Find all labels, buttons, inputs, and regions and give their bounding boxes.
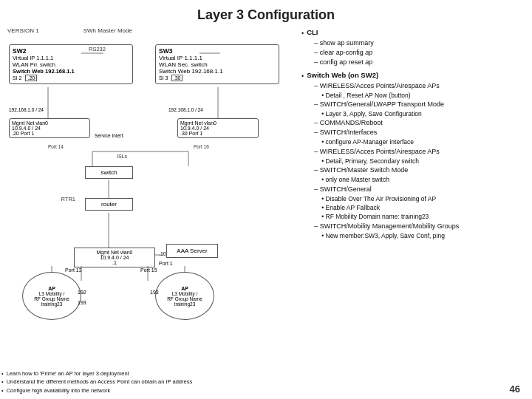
bullet-text-2: Understand the different methods an Acce… <box>7 378 193 386</box>
config-ap-reset: config ap reset ap <box>307 58 525 67</box>
bullet-text-1: Learn how to 'Prime' an AP for layer 3 d… <box>7 370 129 378</box>
rtr1-label: RTR1 <box>46 196 75 202</box>
bullet-item-1: • Learn how to 'Prime' an AP for layer 3… <box>1 370 275 378</box>
bullet-item-3: • Configure high availability into the n… <box>1 387 275 395</box>
port14-label: Port 14 <box>48 144 64 149</box>
mgmt-left-label: Mgmt Net vlan0 <box>12 120 87 126</box>
subnet-right: 192.168.1.0 / 24 <box>168 107 203 112</box>
bullet-text-3: Configure high availability into the net… <box>7 387 111 395</box>
right-panel: • CLI show ap summary clear ap-config ap… <box>301 27 525 332</box>
ip-193-left: 193 <box>78 300 86 305</box>
sw3-si3-val: .30 <box>171 75 183 81</box>
isl-label: ISLs <box>117 154 127 159</box>
mgmt-box-right: Mgmt Net vlan0 10.9.4.0 / 24 .30 Port 1 <box>177 118 259 138</box>
bullet-switch-dot: • <box>301 72 304 81</box>
port15-label: Port 15 <box>140 267 157 273</box>
sw3-label: SW3 <box>159 47 276 55</box>
layer3-apply-save: Layer 3, Apply, Save Configuration <box>307 109 525 118</box>
bullets-list: • Learn how to 'Prime' an AP for layer 3… <box>1 370 275 395</box>
wireless-aps-1: WIRELESS/Acces Points/Airespace APs <box>307 81 525 91</box>
mgmt-net-label: Mgmt Net vlan0 <box>77 250 152 255</box>
sw3-vip: Virtual IP 1.1.1.1 <box>159 55 276 61</box>
rs232-left: RS232 <box>89 46 106 52</box>
mgmt-right-subnet: 10.9.4.0 / 24 <box>180 126 256 131</box>
switch-mobility-mgmt: SWITCH/Mobility Management/Mobility Grou… <box>307 222 525 231</box>
detail-primary-secondary: Detail, Primary, Secondary switch <box>307 157 525 166</box>
mgmt-box-left: Mgmt Net vlan0 10.9.4.0 / 24 .20 Port 1 <box>9 118 90 138</box>
ap-right-label: AP <box>181 286 188 291</box>
swh-master-mode: SWh Master Mode <box>83 27 132 34</box>
bullets-area: • Learn how to 'Prime' an AP for layer 3… <box>1 370 275 396</box>
switch-interfaces: SWITCH/Interfaces <box>307 128 525 137</box>
wireless-aps-2: WIRELESS/Acces Points/Airespace APs <box>307 147 525 157</box>
router-box: router <box>85 198 133 211</box>
switch-general: SWITCH/General <box>307 185 525 194</box>
only-one-master: only one Master switch <box>307 175 525 184</box>
service-interf-label: Service Interf. <box>95 133 124 138</box>
page-title: Layer 3 Configuration <box>0 0 532 27</box>
commands-reboot: COMMANDS/Reboot <box>307 118 525 128</box>
ap-left-label: AP <box>48 286 55 291</box>
ap-left-line2: RF Group Name <box>34 296 69 301</box>
sw3-wlan: WLAN Sec. switch <box>159 61 276 68</box>
new-member-sw3: New member:SW3, Apply, Save Conf, ping <box>307 231 525 240</box>
sw2-wlan: WLAN Pri. switch <box>13 61 129 68</box>
ap-left-line3: training23 <box>41 301 63 307</box>
mgmt-net-ip: .1 <box>77 260 152 265</box>
sw2-switch-web: Switch Web 192.168.1.1 <box>13 68 129 75</box>
disable-air-provisioning: Disable Over The Air Provisioning of AP <box>307 194 525 203</box>
ap-right-line3: training23 <box>174 301 196 307</box>
sw2-si2-val: .20 <box>25 75 37 81</box>
sw2-vip: Virtual IP 1.1.1.1 <box>13 55 129 61</box>
mgmt-left-subnet: 10.9.4.0 / 24 <box>12 126 87 131</box>
configure-ap-manager: configure AP-Manager interface <box>307 137 525 146</box>
mgmt-net-subnet: 10.9.4.0 / 24 <box>77 255 152 260</box>
ap-circle-right: AP L3 Mobility / RF Group Name training2… <box>155 272 214 320</box>
ap-right-line1: L3 Mobility / <box>172 291 198 296</box>
page-number: 46 <box>510 383 520 395</box>
rf-mobility-domain: RF Mobility Domain name: training23 <box>307 212 525 221</box>
cli-label: CLI <box>307 27 525 38</box>
sw3-switch-web: Switch Web 192.168.1.1 <box>159 68 276 75</box>
ap-right-line2: RF Group Name <box>167 296 202 301</box>
show-ap-summary: show ap summary <box>307 38 525 48</box>
aaa-server-box: AAA Server <box>166 244 218 258</box>
detail-reset-ap: Detail , Reset AP Now (button) <box>307 91 525 100</box>
ip-193-right: 193 <box>150 290 159 295</box>
version-label: VERSION 1 <box>7 27 39 34</box>
mgmt-left-port: .20 Port 1 <box>12 131 87 136</box>
switch-master-mode: SWITCH/Master Switch Mode <box>307 166 525 175</box>
ap-left-line1: L3 Mobility / <box>39 291 65 296</box>
port16-label: Port 16 <box>194 144 209 149</box>
sw2-box: SW2 Virtual IP 1.1.1.1 WLAN Pri. switch … <box>9 44 133 84</box>
sw3-si3-label: SI 3 <box>159 75 168 81</box>
mgmt-net-center: Mgmt Net vlan0 10.9.4.0 / 24 .1 <box>74 248 155 267</box>
sw3-box: SW3 Virtual IP 1.1.1.1 WLAN Sec. switch … <box>155 44 279 84</box>
switch-web-label: Switch Web (on SW2) <box>307 70 525 81</box>
clear-ap-config: clear ap-config ap <box>307 48 525 58</box>
switch-box: switch <box>85 166 133 179</box>
mgmt-right-label: Mgmt Net vlan0 <box>180 120 256 126</box>
sw2-si2-label: SI 2 <box>13 75 21 81</box>
bullet-item-2: • Understand the different methods an Ac… <box>1 378 275 386</box>
sw2-label: SW2 <box>13 47 129 55</box>
port1-center: Port 1 <box>159 261 173 266</box>
enable-ap-fallback: Enable AP Fallback <box>307 203 525 212</box>
switch-general-lwapp: SWITCH/General/LWAPP Transport Mode <box>307 100 525 109</box>
ip-192-left: 192 <box>78 290 86 295</box>
mgmt-right-port: .30 Port 1 <box>180 131 256 136</box>
ap-circle-left: AP L3 Mobility / RF Group Name training2… <box>22 272 81 320</box>
port13-label: Port 13 <box>65 267 82 273</box>
subnet-left: 192.168.1.0 / 24 <box>9 107 44 112</box>
bullet-top-dot: • <box>301 29 304 38</box>
ip-10-label: .10 <box>159 251 166 256</box>
